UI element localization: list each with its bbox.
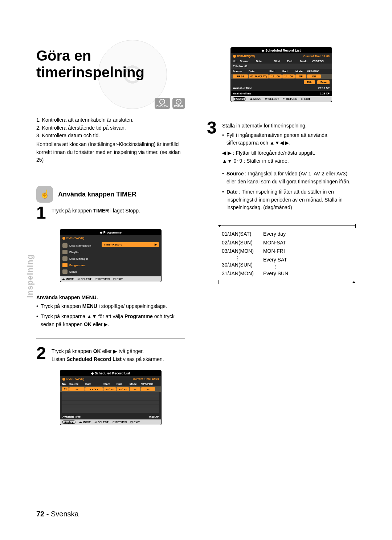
badge-dvd-r: DVD-R [172, 98, 185, 109]
available-time-row-1: Available Time29:10 SP [231, 85, 332, 91]
osd-footer-bar: ◂▸ MOVE ⏎ SELECT ↶ RETURN ⊟ EXIT [60, 276, 161, 282]
page: Göra en timerinspelning DVD-RW DVD-R 1. … [0, 0, 392, 540]
menu-item-playlist: Playlist [62, 249, 99, 255]
intro-note: Kontrollera att klockan (Inställningar-K… [36, 141, 185, 164]
separator [207, 113, 356, 113]
title-block: Göra en timerinspelning DVD-RW DVD-R [36, 47, 185, 105]
menu-item-programme: Programme [62, 262, 99, 268]
title-no-row: Title No. 01 [231, 64, 332, 69]
separator [36, 338, 185, 339]
step3-source-bullet: Source : Ingångskälla för video (AV 1, A… [222, 170, 356, 186]
intro-item-1: 1. Kontrollera att antennkabeln är anslu… [36, 116, 185, 124]
table-row-selected: PR 01 01/JAN(SAT) 12 : 00 14 : 00 SP Off [231, 74, 332, 79]
footer-exit-icon: ⊟ EXIT [113, 277, 123, 281]
right-column: Scheduled Record List DVD-RW(VR) Current… [207, 47, 356, 425]
osd-programme-title: Programme [60, 230, 161, 235]
hand-press-icon: ☝ [36, 186, 53, 203]
intro-list: 1. Kontrollera att antennkabeln är anslu… [36, 116, 185, 140]
step-2: 2 Tryck på knappen OK eller ▶ två gånger… [36, 345, 185, 363]
osd-disc-label: DVD-RW(VR) [60, 235, 161, 241]
footer-select-icon: ⏎ SELECT [77, 277, 91, 281]
table-row: 01 - - - - / - - - - : - - - - : - - - -… [60, 386, 161, 392]
step-2-number: 2 [36, 345, 49, 361]
step3-date-bullet: Date : Timerinspelning tillåter att du s… [222, 188, 356, 212]
step-3-text: Ställa in alternativ för timerinspelning… [222, 120, 356, 214]
arrow-down-icon [218, 225, 221, 227]
step-1: 1 Tryck på knappen TIMER i läget Stopp. [36, 205, 185, 220]
left-column: Göra en timerinspelning DVD-RW DVD-R 1. … [36, 47, 185, 425]
step-2-text: Tryck på knappen OK eller ▶ två gånger. … [52, 345, 185, 363]
title-button: Title [304, 80, 315, 84]
section-heading: Använda knappen TIMER [58, 191, 136, 198]
submenu-timer-record: Timer Record▶ [102, 242, 159, 247]
footer-return-icon: ↶ RETURN [95, 277, 110, 281]
badge-dvd-rw: DVD-RW [155, 98, 170, 109]
menu-bullet-1: Tryck på knappen MENU i stoppläge/ uppsp… [36, 303, 185, 310]
menu-item-setup: Setup [62, 268, 99, 275]
table-header: No.SourceDateStartEndModeVPS/PDC [60, 382, 161, 386]
menu-bullet-2: Tryck på knapparna ▲▼ för att välja Prog… [36, 313, 185, 328]
osd-scheduled-record-empty: Scheduled Record List DVD-RW(VR) Current… [60, 370, 162, 425]
step-1-text: Tryck på knappen TIMER i läget Stopp. [52, 205, 185, 215]
menu-subheading: Använda knappen MENU. [36, 295, 185, 300]
osd-disc-label: DVD-RW(VR) [233, 54, 255, 58]
menu-item-disc-navigation: Disc Navigation [62, 242, 99, 249]
osd-srl-title: Scheduled Record List [231, 48, 332, 53]
section-heading-row: ☝ Använda knappen TIMER [36, 186, 185, 203]
page-footer: 72 - Svenska [36, 510, 79, 518]
chevron-right-icon: ▶ [155, 243, 157, 246]
intro-item-2: 2. Kontrollera återstående tid på skivan… [36, 124, 185, 132]
menu-item-disc-manager: Disc Manager [62, 255, 99, 262]
osd-footer-bar: Anykey ◂▸ MOVE ⏎ SELECT ↶ RETURN ⊟ EXIT [231, 96, 332, 102]
arrow-up-icon [352, 281, 356, 283]
step3-arrow-line1: ◀ ▶ : Flyttar till föregående/nästa uppg… [222, 149, 356, 157]
osd-srl-title: Scheduled Record List [60, 370, 161, 376]
page-title: Göra en timerinspelning [36, 47, 185, 81]
step3-arrow-line2: ▲▼ 0~9 : Ställer in ett värde. [222, 157, 356, 165]
intro-item-3: 3. Kontrollera datum och tid. [36, 132, 185, 140]
step-1-number: 1 [36, 205, 49, 220]
osd-current-time: Current Time 12:00 [303, 54, 330, 58]
osd-footer-bar: Anykey ◂▸ MOVE ⏎ SELECT ↶ RETURN ⊟ EXIT [60, 419, 161, 425]
step-3: 3 Ställa in alternativ för timerinspelni… [207, 120, 356, 214]
disc-badges: DVD-RW DVD-R [155, 98, 185, 109]
date-cycle-left-column: 01/JAN(SAT) 02/JAN(SUN) 03/JAN(MON) ⋮ 30… [218, 230, 254, 278]
anykey-icon: Anykey [62, 421, 75, 424]
page-language: Svenska [51, 510, 79, 518]
date-cycle-right-column: Every day MON-SAT MON-FRI Every SAT ⋮ Ev… [263, 230, 292, 278]
osd-disc-label: DVD-RW(VR) [62, 377, 84, 381]
date-cycle-diagram: 01/JAN(SAT) 02/JAN(SUN) 03/JAN(MON) ⋮ 30… [218, 224, 356, 284]
footer-move-icon: ◂▸ MOVE [62, 277, 74, 281]
step-3-number: 3 [207, 120, 219, 135]
available-time-row: AvailableTime0:28 XP [60, 414, 161, 419]
osd-current-time: Current Time 12:00 [133, 377, 159, 381]
table-header: No.SourceDateStartEndModeVPS/PDC [231, 59, 332, 64]
save-button: Save [317, 80, 330, 84]
osd-action-buttons: Title Save [231, 79, 332, 85]
available-time-row-2: AvailableTime0:28 XP [231, 91, 332, 96]
page-number: 72 - [36, 510, 49, 518]
anykey-icon: Anykey [233, 97, 246, 101]
sub-header-row: SourceDateStartEndModeVPS/PDC [231, 69, 332, 74]
osd-programme-menu: Programme DVD-RW(VR) Disc Navigation Pla… [60, 229, 162, 282]
osd-scheduled-record-filled: Scheduled Record List DVD-RW(VR) Current… [230, 47, 332, 102]
